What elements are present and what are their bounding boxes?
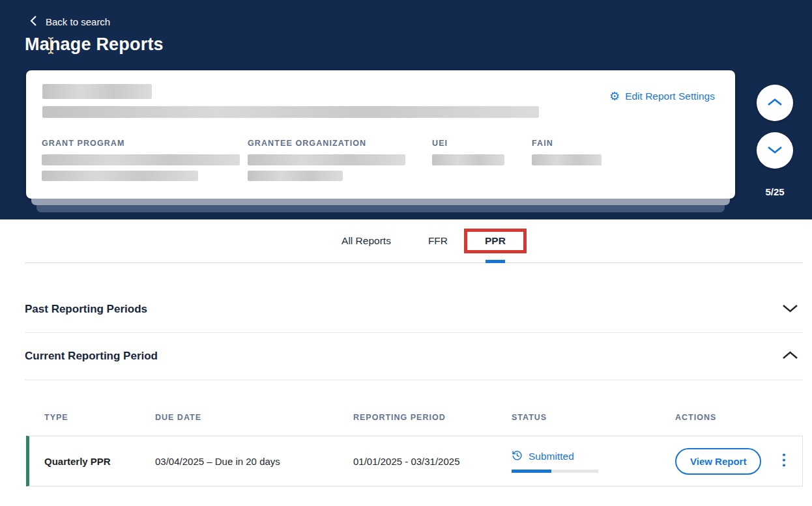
history-icon	[512, 450, 523, 464]
card-counter: 5/25	[757, 186, 793, 197]
field-uei: UEI	[432, 139, 504, 165]
back-button-label: Back to search	[46, 16, 110, 27]
card-stack-edge-1	[31, 199, 730, 205]
cell-due-date: 03/04/2025 – Due in 20 days	[155, 456, 353, 467]
redacted-value	[42, 154, 240, 165]
field-grant-program-label: GRANT PROGRAM	[42, 139, 240, 148]
back-button[interactable]: Back to search	[30, 15, 110, 29]
kebab-menu-button[interactable]	[778, 450, 790, 473]
table-row: Quarterly PPR 03/04/2025 – Due in 20 day…	[26, 436, 803, 486]
report-tabs: All Reports FFR PPR	[25, 219, 803, 263]
column-type: TYPE	[44, 413, 155, 422]
main-content: All Reports FFR PPR Past Reporting Perio…	[0, 219, 812, 486]
section-past-reporting-periods[interactable]: Past Reporting Periods	[25, 263, 803, 333]
cell-reporting-period: 01/01/2025 - 03/31/2025	[353, 456, 512, 467]
chevron-down-icon[interactable]	[781, 303, 799, 316]
field-grantee-organization: GRANTEE ORGANIZATION	[248, 139, 405, 181]
cell-status: Submitted	[512, 450, 675, 473]
status-badge: Submitted	[529, 451, 574, 462]
redacted-value	[432, 154, 504, 165]
gear-icon: ⚙	[609, 91, 620, 102]
section-current-title: Current Reporting Period	[25, 350, 158, 363]
cell-type: Quarterly PPR	[44, 456, 155, 467]
tab-ffr-label: FFR	[428, 235, 448, 247]
red-annotation-box: PPR	[464, 229, 527, 253]
cell-actions: View Report	[675, 448, 803, 475]
tab-all-reports-label: All Reports	[341, 235, 391, 247]
section-past-title: Past Reporting Periods	[25, 303, 147, 316]
chevron-left-icon	[30, 15, 37, 29]
field-grant-program: GRANT PROGRAM	[42, 139, 240, 181]
column-due-date: DUE DATE	[155, 413, 353, 422]
tab-ffr[interactable]: FFR	[428, 219, 448, 262]
tab-ppr[interactable]: PPR	[485, 219, 506, 262]
page-title: Manage Reports	[25, 35, 164, 55]
redacted-grant-title	[42, 84, 152, 99]
column-actions: ACTIONS	[675, 413, 803, 422]
status-progress-fill	[512, 470, 551, 473]
redacted-grant-subtitle	[42, 106, 539, 118]
edit-report-settings-label: Edit Report Settings	[625, 91, 715, 102]
card-stack-edge-2	[36, 205, 725, 212]
page-header: Back to search Manage Reports ⚙ Edit Rep…	[0, 0, 812, 219]
status-progress-track	[512, 470, 598, 473]
field-fain-label: FAIN	[532, 139, 602, 148]
field-grantee-organization-label: GRANTEE ORGANIZATION	[248, 139, 405, 148]
redacted-value	[248, 171, 343, 181]
next-grant-button[interactable]	[757, 132, 793, 169]
table-header-row: TYPE DUE DATE REPORTING PERIOD STATUS AC…	[25, 413, 803, 422]
grant-summary-card: ⚙ Edit Report Settings GRANT PROGRAM GRA…	[26, 70, 735, 199]
redacted-value	[532, 154, 602, 165]
tab-all-reports[interactable]: All Reports	[341, 219, 391, 262]
field-uei-label: UEI	[432, 139, 504, 148]
chevron-up-icon	[766, 98, 783, 109]
column-reporting-period: REPORTING PERIOD	[353, 413, 512, 422]
column-status: STATUS	[512, 413, 675, 422]
redacted-value	[248, 154, 405, 165]
previous-grant-button[interactable]	[757, 85, 793, 121]
field-fain: FAIN	[532, 139, 602, 165]
redacted-value	[42, 171, 198, 181]
kebab-icon	[782, 460, 786, 470]
chevron-down-icon	[766, 145, 783, 156]
section-current-reporting-period[interactable]: Current Reporting Period	[25, 333, 803, 380]
view-report-button[interactable]: View Report	[675, 448, 761, 475]
chevron-up-icon[interactable]	[781, 350, 799, 363]
edit-report-settings-link[interactable]: ⚙ Edit Report Settings	[609, 91, 715, 102]
tab-ppr-label: PPR	[485, 235, 506, 246]
text-cursor-icon	[46, 36, 55, 58]
